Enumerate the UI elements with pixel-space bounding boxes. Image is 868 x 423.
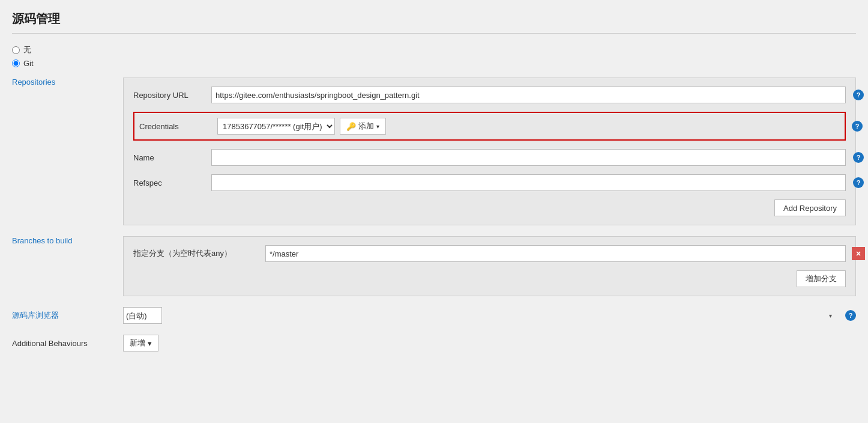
branches-content: 指定分支（为空时代表any） × ? 增加分支	[123, 236, 856, 296]
source-browser-section: 源码库浏览器 (自动) ▾ ?	[12, 307, 856, 324]
source-browser-controls: (自动) ▾ ?	[123, 307, 856, 324]
source-browser-select-wrapper: (自动) ▾	[123, 307, 836, 324]
refspec-row: Refspec ?	[133, 174, 846, 191]
additional-label: Additional Behaviours	[12, 339, 88, 348]
credentials-row: Credentials 17853677057/****** (git用户) 🔑…	[133, 112, 846, 141]
name-row: Name ?	[133, 149, 846, 166]
credentials-controls: 17853677057/****** (git用户) 🔑 添加 ▾	[217, 118, 386, 135]
refspec-input[interactable]	[211, 174, 846, 191]
radio-none-label: 无	[23, 44, 31, 55]
repositories-section: Repositories Repository URL ? Credential…	[12, 78, 856, 225]
branch-row: 指定分支（为空时代表any） × ?	[133, 245, 846, 262]
source-browser-select[interactable]: (自动)	[123, 307, 162, 324]
radio-git-input[interactable]	[12, 59, 20, 67]
name-label: Name	[133, 153, 211, 162]
radio-none-input[interactable]	[12, 46, 20, 54]
xinjian-label: 新增	[130, 338, 145, 348]
radio-git-label: Git	[23, 59, 34, 68]
branches-section: Branches to build 指定分支（为空时代表any） × ? 增加	[12, 236, 856, 296]
xinjian-button[interactable]: 新增 ▾	[123, 335, 158, 351]
repo-url-help-icon[interactable]: ?	[853, 90, 864, 100]
additional-controls: 新增 ▾	[123, 335, 158, 351]
repositories-label: Repositories	[12, 78, 123, 87]
refspec-help-icon[interactable]: ?	[853, 177, 864, 188]
radio-group: 无 Git	[12, 44, 856, 68]
delete-branch-button[interactable]: ×	[852, 247, 865, 260]
close-icon: ×	[856, 249, 861, 258]
repositories-section-label: Repositories	[12, 78, 55, 87]
key-icon: 🔑	[346, 122, 356, 131]
branch-label: 指定分支（为空时代表any）	[133, 248, 265, 259]
name-help-icon[interactable]: ?	[853, 152, 864, 163]
credentials-label: Credentials	[139, 122, 217, 131]
radio-none[interactable]: 无	[12, 44, 856, 55]
branches-section-label: Branches to build	[12, 236, 72, 245]
page-container: 源码管理 无 Git Repositories Repository URL ?	[0, 0, 868, 423]
refspec-label: Refspec	[133, 178, 211, 187]
add-repo-row: Add Repository	[133, 199, 846, 216]
branch-input[interactable]	[265, 245, 846, 262]
radio-git[interactable]: Git	[12, 59, 856, 68]
xinjian-chevron-icon: ▾	[148, 339, 152, 348]
source-browser-help-icon[interactable]: ?	[845, 310, 856, 321]
add-branch-row: 增加分支	[133, 270, 846, 287]
branches-label-col: Branches to build	[12, 236, 123, 245]
chevron-down-icon: ▾	[829, 312, 832, 319]
chevron-down-icon: ▾	[376, 123, 379, 130]
repo-url-input[interactable]	[211, 87, 846, 103]
source-browser-label: 源码库浏览器	[12, 311, 59, 320]
additional-behaviours-section: Additional Behaviours 新增 ▾	[12, 335, 856, 351]
repo-url-row: Repository URL ?	[133, 87, 846, 103]
add-repository-button[interactable]: Add Repository	[774, 199, 846, 216]
credentials-add-button[interactable]: 🔑 添加 ▾	[340, 118, 386, 135]
name-input[interactable]	[211, 149, 846, 166]
add-branch-button[interactable]: 增加分支	[797, 270, 846, 287]
credentials-help-icon[interactable]: ?	[852, 121, 863, 132]
credentials-select[interactable]: 17853677057/****** (git用户)	[217, 118, 335, 135]
repo-url-label: Repository URL	[133, 91, 211, 100]
add-label: 添加	[358, 121, 374, 132]
page-title: 源码管理	[12, 11, 856, 34]
repositories-content: Repository URL ? Credentials 17853677057…	[123, 78, 856, 225]
source-browser-label-col: 源码库浏览器	[12, 310, 123, 321]
additional-label-col: Additional Behaviours	[12, 339, 123, 348]
